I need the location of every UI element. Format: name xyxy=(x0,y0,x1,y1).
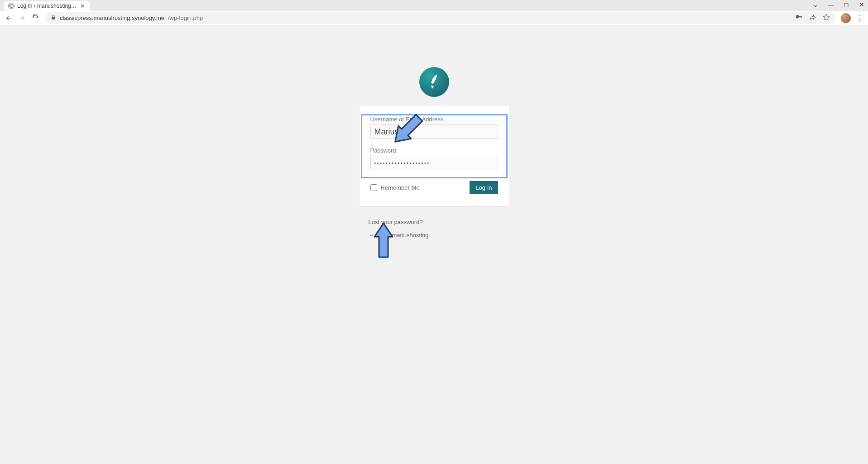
window-maximize-icon[interactable]: ◻ xyxy=(843,1,850,8)
page-viewport: Username or Email Address Password Remem… xyxy=(0,25,868,464)
username-label: Username or Email Address xyxy=(370,116,498,123)
annotation-arrow-down-left-icon xyxy=(392,109,424,149)
browser-toolbar: classicpress.mariushosting.synology.me/w… xyxy=(0,11,868,25)
address-bar[interactable]: classicpress.mariushosting.synology.me/w… xyxy=(45,12,835,24)
window-controls: ⌄ — ◻ ✕ xyxy=(812,1,865,8)
url-host: classicpress.mariushosting.synology.me xyxy=(60,14,164,21)
remember-me-label[interactable]: Remember Me xyxy=(370,184,420,191)
remember-me-checkbox[interactable] xyxy=(370,184,377,191)
login-button[interactable]: Log In xyxy=(470,181,498,194)
tab-close-icon[interactable]: ✕ xyxy=(80,3,85,9)
profile-avatar[interactable] xyxy=(841,13,851,23)
annotation-arrow-up-icon xyxy=(368,221,399,262)
nav-forward-icon[interactable] xyxy=(18,14,26,22)
password-label: Password xyxy=(370,147,498,154)
lock-icon xyxy=(51,14,56,21)
remember-me-text: Remember Me xyxy=(381,184,420,191)
username-input[interactable] xyxy=(370,124,498,139)
url-path: /wp-login.php xyxy=(168,14,203,21)
browser-tab[interactable]: Log In ‹ mariushosting — Classic ✕ xyxy=(4,1,90,11)
classicpress-logo-icon[interactable] xyxy=(419,67,449,97)
window-minimize-icon[interactable]: — xyxy=(827,1,834,8)
browser-menu-icon[interactable]: ⋮ xyxy=(856,14,863,22)
share-icon[interactable] xyxy=(809,14,816,22)
password-input[interactable] xyxy=(370,156,498,170)
window-close-icon[interactable]: ✕ xyxy=(858,1,865,8)
bookmark-star-icon[interactable] xyxy=(823,14,830,22)
login-form-card: Username or Email Address Password Remem… xyxy=(360,106,509,206)
nav-back-icon[interactable] xyxy=(5,14,13,22)
browser-titlebar: Log In ‹ mariushosting — Classic ✕ ⌄ — ◻… xyxy=(0,0,868,11)
tab-title: Log In ‹ mariushosting — Classic xyxy=(17,3,77,9)
nav-reload-icon[interactable] xyxy=(32,14,40,22)
password-key-icon[interactable] xyxy=(796,14,803,22)
chevron-down-icon[interactable]: ⌄ xyxy=(812,1,819,8)
site-favicon-icon xyxy=(8,3,14,9)
